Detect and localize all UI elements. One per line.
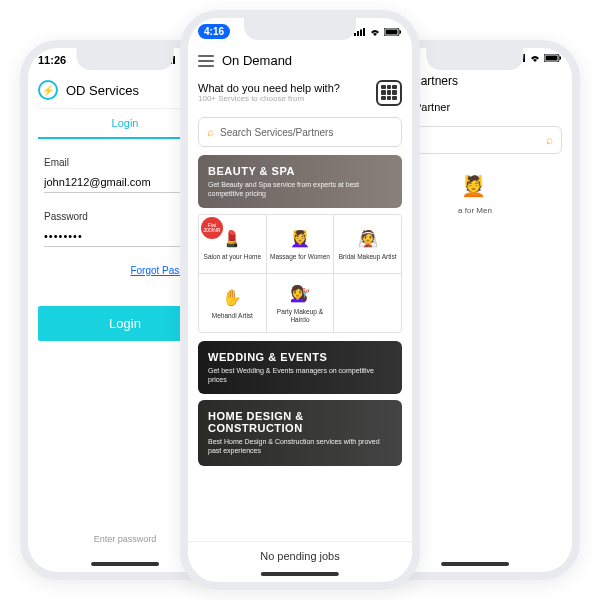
svg-rect-17 (363, 28, 365, 36)
menu-icon[interactable] (198, 55, 214, 67)
service-label: Party Makeup & Hairdo (269, 308, 332, 324)
service-label: Salon at your Home (204, 253, 261, 261)
battery-icon (544, 54, 562, 62)
banner-title: HOME DESIGN & CONSTRUCTION (208, 410, 392, 434)
service-label: Bridal Makeup Artist (339, 253, 397, 261)
makeup-icon: 💇‍♀️ (289, 283, 311, 305)
service-label: Massage for Women (270, 253, 330, 261)
svg-rect-15 (357, 31, 359, 36)
clock: 4:16 (198, 24, 230, 39)
banner-desc: Get best Wedding & Events managers on co… (208, 366, 392, 384)
banner-title: WEDDING & EVENTS (208, 351, 392, 363)
signal-icon (354, 28, 366, 36)
salon-icon: 💄 (221, 228, 243, 250)
search-icon: ⌕ (546, 133, 553, 147)
search-icon: ⌕ (207, 125, 214, 139)
hand-icon: ✋ (221, 287, 243, 309)
discount-badge: Flat 200INR (201, 217, 223, 239)
home-indicator (441, 562, 509, 566)
banner-home-design[interactable]: HOME DESIGN & CONSTRUCTION Best Home Des… (198, 400, 402, 465)
service-party-makeup[interactable]: 💇‍♀️ Party Makeup & Hairdo (267, 274, 334, 332)
search-input[interactable]: ⌕ Search Services/Partners (198, 117, 402, 147)
banner-beauty-spa[interactable]: BEAUTY & SPA Get Beauty and Spa service … (198, 155, 402, 208)
app-header: On Demand (198, 45, 402, 76)
service-bridal-makeup[interactable]: 👰 Bridal Makeup Artist (334, 215, 401, 273)
app-title: OD Services (66, 83, 139, 98)
wifi-icon (369, 28, 381, 36)
phone-home: 4:16 On Demand What do you need help wit… (180, 10, 420, 590)
service-salon-home[interactable]: Flat 200INR 💄 Salon at your Home (199, 215, 266, 273)
svg-rect-14 (354, 33, 356, 36)
massage-icon: 💆 (461, 174, 489, 202)
categories-grid-icon[interactable] (376, 80, 402, 106)
status-icons (354, 28, 402, 36)
sub-prompt: 100+ Services to choose from (198, 94, 370, 103)
app-title: On Demand (222, 53, 292, 68)
banner-desc: Get Beauty and Spa service from experts … (208, 180, 392, 198)
service-empty (334, 274, 401, 332)
services-grid: Flat 200INR 💄 Salon at your Home 💆‍♀️ Ma… (198, 214, 402, 333)
svg-rect-20 (400, 30, 402, 33)
service-mehandi[interactable]: ✋ Mehandi Artist (199, 274, 266, 332)
svg-rect-12 (546, 56, 558, 61)
service-label: a for Men (458, 206, 492, 215)
service-label: Mehandi Artist (212, 312, 253, 320)
notch (77, 48, 174, 70)
banner-title: BEAUTY & SPA (208, 165, 392, 177)
svg-rect-16 (360, 29, 362, 36)
home-indicator (261, 572, 339, 576)
logo-icon: ⚡ (38, 80, 58, 100)
notch (427, 48, 524, 70)
massage-icon: 💆‍♀️ (289, 228, 311, 250)
svg-rect-19 (386, 29, 398, 34)
service-massage-women[interactable]: 💆‍♀️ Massage for Women (267, 215, 334, 273)
svg-rect-13 (560, 57, 562, 60)
bride-icon: 👰 (357, 228, 379, 250)
prompt-text: What do you need help with? (198, 82, 370, 94)
notch (244, 18, 356, 40)
battery-icon (384, 28, 402, 36)
search-placeholder: Search Services/Partners (220, 127, 333, 138)
no-pending-jobs: No pending jobs (188, 541, 412, 562)
banner-wedding-events[interactable]: WEDDING & EVENTS Get best Wedding & Even… (198, 341, 402, 394)
clock: 11:26 (38, 54, 66, 66)
wifi-icon (529, 54, 541, 62)
home-indicator (91, 562, 159, 566)
banner-desc: Best Home Design & Construction services… (208, 437, 392, 455)
